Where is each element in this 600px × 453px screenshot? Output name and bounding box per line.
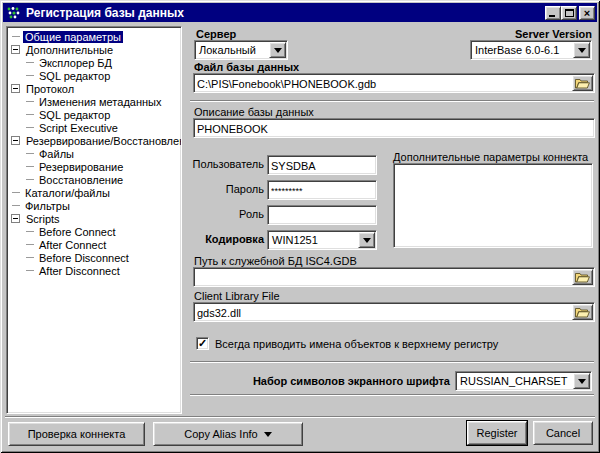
tree-item-general[interactable]: Общие параметры (7, 30, 181, 43)
tree-connector (12, 205, 20, 206)
open-folder-icon (575, 78, 590, 89)
collapse-icon[interactable] (11, 45, 20, 54)
db-file-field[interactable] (193, 73, 595, 93)
dropdown-arrow-icon (264, 432, 272, 441)
collapse-icon[interactable] (11, 84, 20, 93)
client-library-field[interactable] (193, 302, 595, 322)
chevron-down-icon[interactable] (358, 232, 375, 248)
tree-connector (26, 270, 34, 271)
server-label: Сервер (196, 28, 236, 40)
separator (190, 394, 594, 396)
minimize-button[interactable] (545, 6, 561, 20)
user-label: Пользователь (164, 158, 264, 170)
copy-alias-info-button[interactable]: Copy Alias Info (153, 422, 303, 446)
settings-tree: Общие параметры Дополнительные Эксплорер… (6, 26, 182, 414)
charset-label: Кодировка (164, 233, 264, 245)
tree-connector (26, 166, 34, 167)
user-input[interactable] (271, 159, 372, 172)
tree-connector (12, 36, 20, 37)
user-field[interactable] (267, 155, 377, 175)
tree-connector (26, 127, 34, 128)
db-file-label: Файл базы данных (194, 61, 299, 73)
role-input[interactable] (271, 209, 372, 222)
close-button[interactable]: × (579, 6, 595, 20)
browse-isc4-button[interactable] (572, 269, 593, 285)
separator (5, 416, 595, 418)
tree-item-backup[interactable]: Резервирование (7, 160, 181, 173)
check-connection-button[interactable]: Проверка коннекта (8, 422, 145, 446)
tree-connector (26, 101, 34, 102)
client-library-input[interactable] (197, 306, 570, 319)
tree-item-restore[interactable]: Восстановление (7, 173, 181, 186)
collapse-icon[interactable] (11, 136, 20, 145)
tree-item-metadata-changes[interactable]: Изменения метаданных (7, 95, 181, 108)
tree-connector (26, 62, 34, 63)
window-title: Регистрация базы данных (26, 6, 545, 20)
tree-item-before-disconnect[interactable]: Before Disconnect (7, 251, 181, 264)
tree-connector (26, 153, 34, 154)
collapse-icon[interactable] (11, 214, 20, 223)
tree-item-sql-editor-2[interactable]: SQL редактор (7, 108, 181, 121)
tree-item-before-connect[interactable]: Before Connect (7, 225, 181, 238)
chevron-down-icon[interactable] (269, 42, 286, 58)
separator (190, 361, 594, 363)
description-input[interactable] (197, 122, 590, 135)
connection-params-label: Дополнительные параметры коннекта (393, 151, 588, 163)
font-charset-label: Набор символов экранного шрифта (250, 375, 450, 387)
server-version-select[interactable]: InterBase 6.0-6.1 (470, 40, 592, 60)
app-icon (6, 6, 22, 20)
maximize-button[interactable] (561, 6, 577, 20)
role-field[interactable] (267, 205, 377, 225)
chevron-down-icon[interactable] (573, 373, 590, 389)
uppercase-checkbox[interactable] (196, 337, 209, 350)
tree-item-backup-restore[interactable]: Резервирование/Восстановление (7, 134, 181, 147)
separator (190, 100, 594, 102)
tree-connector (26, 231, 34, 232)
tree-item-files[interactable]: Файлы (7, 147, 181, 160)
open-folder-icon (575, 307, 590, 318)
client-library-label: Client Library File (194, 290, 280, 302)
tree-connector (26, 179, 34, 180)
tree-item-db-explorer[interactable]: Эксплорер БД (7, 56, 181, 69)
isc4-path-field[interactable] (193, 267, 595, 287)
font-charset-select[interactable]: RUSSIAN_CHARSET (455, 371, 592, 391)
db-file-input[interactable] (197, 77, 570, 90)
tree-item-protocol[interactable]: Протокол (7, 82, 181, 95)
tree-item-sql-editor[interactable]: SQL редактор (7, 69, 181, 82)
password-input[interactable] (271, 184, 372, 197)
tree-item-additional[interactable]: Дополнительные (7, 43, 181, 56)
browse-db-file-button[interactable] (572, 75, 593, 91)
isc4-path-input[interactable] (197, 271, 570, 284)
open-folder-icon (575, 272, 590, 283)
isc4-path-label: Путь к служебной БД ISC4.GDB (194, 255, 357, 267)
tree-connector (12, 192, 20, 193)
server-select[interactable]: Локальный (194, 40, 288, 60)
uppercase-checkbox-label: Всегда приводить имена объектов к верхне… (215, 338, 498, 350)
connection-params-input[interactable] (397, 167, 591, 246)
tree-connector (26, 114, 34, 115)
password-field[interactable] (267, 180, 377, 200)
server-version-label: Server Version (450, 28, 592, 40)
tree-connector (26, 257, 34, 258)
role-label: Роль (164, 208, 264, 220)
database-registration-dialog: Регистрация базы данных × Общие параметр… (0, 0, 600, 453)
browse-client-library-button[interactable] (572, 304, 593, 320)
tree-item-catalogs-files[interactable]: Каталоги/файлы (7, 186, 181, 199)
tree-item-after-disconnect[interactable]: After Disconnect (7, 264, 181, 277)
description-field[interactable] (193, 118, 595, 138)
title-bar[interactable]: Регистрация базы данных × (3, 3, 597, 22)
tree-connector (26, 244, 34, 245)
tree-item-script-executive[interactable]: Script Executive (7, 121, 181, 134)
chevron-down-icon[interactable] (573, 42, 590, 58)
tree-item-after-connect[interactable]: After Connect (7, 238, 181, 251)
tree-connector (26, 75, 34, 76)
charset-select[interactable]: WIN1251 (267, 230, 377, 250)
register-button[interactable]: Register (467, 421, 527, 445)
password-label: Пароль (164, 183, 264, 195)
tree-item-filters[interactable]: Фильтры (7, 199, 181, 212)
connection-params-memo[interactable] (393, 163, 593, 248)
cancel-button[interactable]: Cancel (533, 421, 593, 445)
tree-item-scripts[interactable]: Scripts (7, 212, 181, 225)
description-label: Описание базы данных (194, 106, 314, 118)
